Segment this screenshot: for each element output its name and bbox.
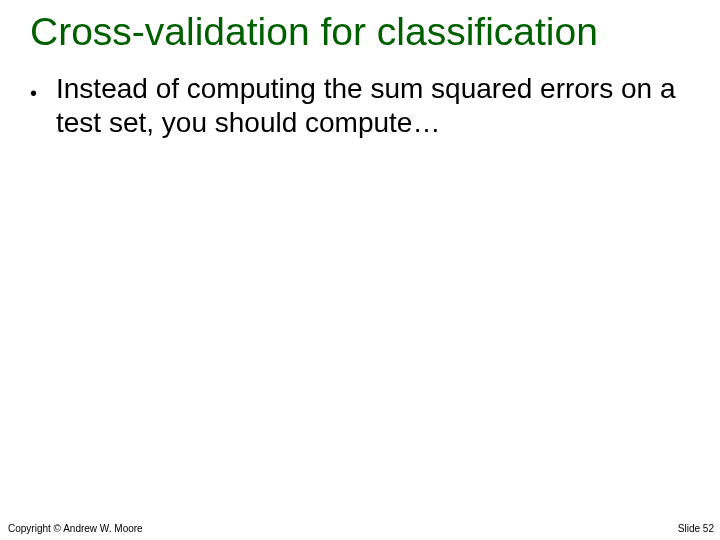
- bullet-text: Instead of computing the sum squared err…: [56, 72, 680, 140]
- slide: Cross-validation for classification • In…: [0, 0, 720, 540]
- footer-slide-number: Slide 52: [678, 523, 714, 534]
- body: • Instead of computing the sum squared e…: [0, 54, 720, 140]
- list-item: • Instead of computing the sum squared e…: [30, 72, 680, 140]
- page-title: Cross-validation for classification: [0, 0, 720, 54]
- footer-copyright: Copyright © Andrew W. Moore: [8, 523, 143, 534]
- bullet-icon: •: [30, 72, 56, 110]
